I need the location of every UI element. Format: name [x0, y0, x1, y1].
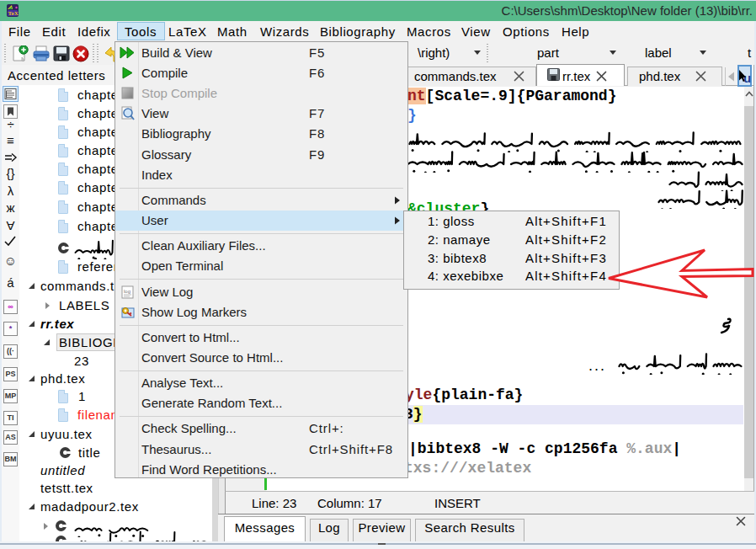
svg-text:log: log — [124, 289, 130, 294]
svg-text:TeX: TeX — [8, 10, 19, 17]
